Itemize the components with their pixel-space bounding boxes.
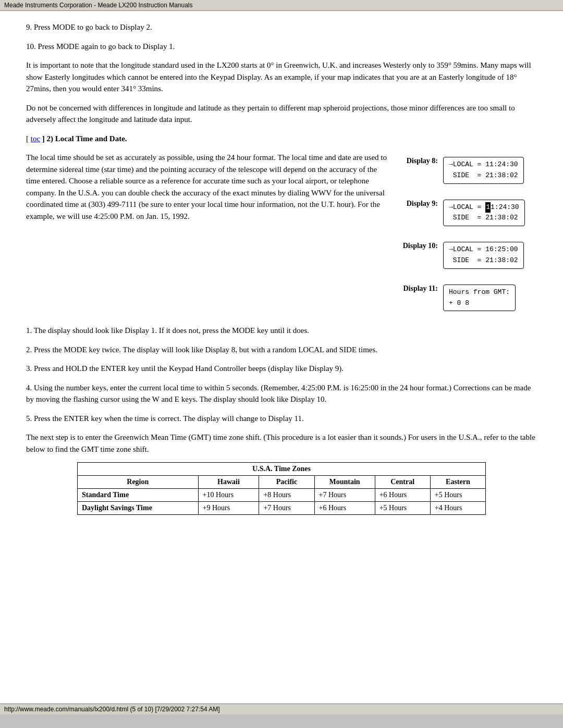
right-column: Display 8: →LOCAL = 11:24:30 SIDE = 21:3…: [401, 152, 537, 317]
section-heading: [ toc ] 2) Local Time and Date.: [26, 133, 537, 145]
projection-note: Do not be concerned with differences in …: [26, 102, 537, 126]
local-time-text: The local time should be set as accurate…: [26, 152, 391, 222]
display-11-box: Hours from GMT: + 0 8: [443, 285, 516, 312]
browser-title: Meade Instruments Corporation - Meade LX…: [4, 2, 193, 9]
step-1: 1. The display should look like Display …: [26, 325, 537, 337]
display-9-block: Display 9: →LOCAL = 11:24:30 SIDE = 21:3…: [401, 200, 537, 227]
page-wrapper: 9. Press MODE to go back to Display 2. 1…: [0, 11, 563, 714]
display-10-label: Display 10:: [401, 242, 438, 250]
display-11-block: Display 11: Hours from GMT: + 0 8: [401, 285, 537, 312]
col-central: Central: [375, 476, 430, 489]
left-column: The local time should be set as accurate…: [26, 152, 391, 317]
display-9-box: →LOCAL = 11:24:30 SIDE = 21:38:02: [443, 200, 525, 227]
display-11-label: Display 11:: [401, 285, 438, 293]
table-header-row: Region Hawaii Pacific Mountain Central E…: [78, 476, 486, 489]
standard-central: +6 Hours: [375, 489, 430, 502]
step-9: 9. Press MODE to go back to Display 2.: [26, 21, 537, 33]
daylight-eastern: +4 Hours: [430, 502, 485, 515]
display-10-box: →LOCAL = 16:25:00 SIDE = 21:38:02: [443, 242, 524, 269]
display-8-label: Display 8:: [401, 157, 438, 165]
standard-pacific: +8 Hours: [259, 489, 314, 502]
col-pacific: Pacific: [259, 476, 314, 489]
standard-hawaii: +10 Hours: [198, 489, 259, 502]
display-10-block: Display 10: →LOCAL = 16:25:00 SIDE = 21:…: [401, 242, 537, 269]
daylight-pacific: +7 Hours: [259, 502, 314, 515]
toc-link[interactable]: toc: [31, 134, 40, 143]
display-8-box: →LOCAL = 11:24:30 SIDE = 21:38:02: [443, 157, 524, 184]
browser-title-bar: Meade Instruments Corporation - Meade LX…: [0, 0, 563, 11]
row-daylight-label: Daylight Savings Time: [78, 502, 199, 515]
daylight-central: +5 Hours: [375, 502, 430, 515]
cursor-highlight: 1: [485, 202, 491, 213]
table-row-standard: Standard Time +10 Hours +8 Hours +7 Hour…: [78, 489, 486, 502]
col-mountain: Mountain: [314, 476, 375, 489]
timezone-table: U.S.A. Time Zones Region Hawaii Pacific …: [77, 462, 486, 515]
footer-bar: http://www.meade.com/manuals/lx200/d.htm…: [0, 704, 563, 714]
step-3: 3. Press and HOLD the ENTER key until th…: [26, 363, 537, 375]
step-4: 4. Using the number keys, enter the curr…: [26, 382, 537, 405]
table-title: U.S.A. Time Zones: [78, 463, 486, 476]
content-area: 9. Press MODE to go back to Display 2. 1…: [26, 21, 537, 515]
col-eastern: Eastern: [430, 476, 485, 489]
footer-url: http://www.meade.com/manuals/lx200/d.htm…: [4, 706, 220, 713]
table-row-daylight: Daylight Savings Time +9 Hours +7 Hours …: [78, 502, 486, 515]
display-8-block: Display 8: →LOCAL = 11:24:30 SIDE = 21:3…: [401, 157, 537, 184]
daylight-hawaii: +9 Hours: [198, 502, 259, 515]
timezone-table-wrapper: U.S.A. Time Zones Region Hawaii Pacific …: [26, 462, 537, 515]
step-2: 2. Press the MODE key twice. The display…: [26, 344, 537, 356]
standard-mountain: +7 Hours: [314, 489, 375, 502]
step-10: 10. Press MODE again to go back to Displ…: [26, 41, 537, 53]
row-standard-label: Standard Time: [78, 489, 199, 502]
display-9-label: Display 9:: [401, 200, 438, 208]
longitude-note: It is important to note that the longitu…: [26, 59, 537, 95]
two-col-layout: The local time should be set as accurate…: [26, 152, 537, 317]
standard-eastern: +5 Hours: [430, 489, 485, 502]
col-region: Region: [78, 476, 199, 489]
col-hawaii: Hawaii: [198, 476, 259, 489]
daylight-mountain: +6 Hours: [314, 502, 375, 515]
gmt-intro: The next step is to enter the Greenwich …: [26, 431, 537, 455]
step-5: 5. Press the ENTER key when the time is …: [26, 413, 537, 425]
